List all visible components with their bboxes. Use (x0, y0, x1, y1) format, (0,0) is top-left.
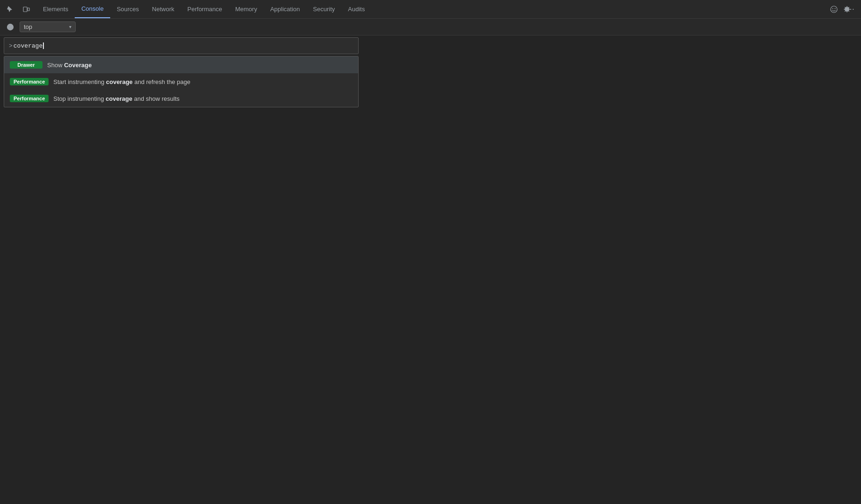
tab-network[interactable]: Network (146, 0, 181, 18)
context-selector[interactable]: top ▾ (20, 21, 76, 32)
device-toggle-icon[interactable] (20, 3, 33, 16)
devtools-navbar: Elements Console Sources Network Perform… (0, 0, 861, 19)
autocomplete-item-2[interactable]: Performance Stop instrumenting coverage … (4, 90, 358, 107)
tab-performance[interactable]: Performance (181, 0, 228, 18)
console-prompt: > (9, 42, 13, 49)
emoji-feedback-icon[interactable] (827, 3, 840, 16)
console-input[interactable]: > coverage (4, 37, 359, 54)
svg-point-4 (835, 8, 836, 9)
context-value: top (24, 23, 32, 30)
autocomplete-text-1: Start instrumenting coverage and refresh… (53, 78, 190, 85)
badge-performance-1: Performance (10, 78, 49, 85)
nav-left-icons (4, 3, 33, 16)
clear-console-button[interactable] (4, 21, 17, 34)
console-input-text: coverage (14, 42, 42, 49)
svg-point-3 (833, 8, 833, 9)
tab-console[interactable]: Console (75, 0, 110, 18)
tab-memory[interactable]: Memory (229, 0, 264, 18)
tab-elements[interactable]: Elements (36, 0, 75, 18)
nav-tabs: Elements Console Sources Network Perform… (36, 0, 827, 18)
console-toolbar: top ▾ (0, 19, 861, 35)
autocomplete-text-0: Show Coverage (47, 62, 92, 69)
svg-point-2 (831, 6, 837, 13)
autocomplete-text-2: Stop instrumenting coverage and show res… (53, 95, 179, 102)
badge-drawer: Drawer (10, 61, 42, 69)
text-cursor (43, 42, 44, 49)
console-input-area: > coverage Drawer Show Coverage Performa… (0, 35, 861, 56)
autocomplete-item-1[interactable]: Performance Start instrumenting coverage… (4, 73, 358, 90)
nav-right-actions: ⋯ (827, 3, 857, 16)
svg-rect-0 (23, 7, 27, 12)
tab-security[interactable]: Security (306, 0, 341, 18)
tab-sources[interactable]: Sources (110, 0, 146, 18)
badge-performance-2: Performance (10, 95, 49, 102)
autocomplete-item-0[interactable]: Drawer Show Coverage (4, 56, 358, 73)
svg-rect-1 (28, 8, 29, 11)
chevron-down-icon: ▾ (69, 24, 71, 29)
settings-icon[interactable] (840, 3, 854, 16)
tab-audits[interactable]: Audits (341, 0, 371, 18)
cursor-icon[interactable] (4, 3, 17, 16)
tab-application[interactable]: Application (264, 0, 307, 18)
autocomplete-dropdown: Drawer Show Coverage Performance Start i… (4, 56, 359, 107)
